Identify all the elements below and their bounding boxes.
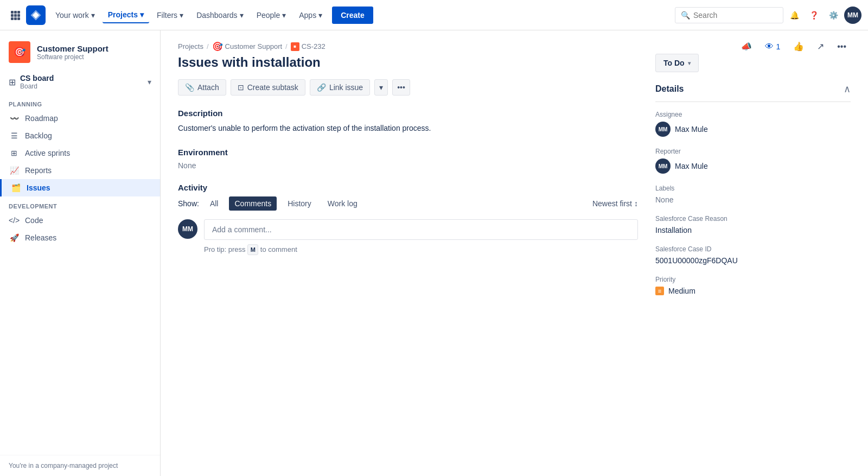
sidebar-item-sprints-label: Active sprints xyxy=(25,149,70,157)
top-bar: Projects / 🎯 Customer Support / CS-232 📣… xyxy=(161,30,868,54)
breadcrumb: Projects / 🎯 Customer Support / CS-232 xyxy=(178,41,326,52)
paperclip-icon: 📎 xyxy=(185,83,194,92)
sidebar-item-backlog[interactable]: ☰ Backlog xyxy=(0,127,160,144)
watch-count: 1 xyxy=(776,42,780,51)
main-content: Projects / 🎯 Customer Support / CS-232 📣… xyxy=(161,30,868,476)
nav-your-work[interactable]: Your work ▾ xyxy=(50,8,100,23)
status-button[interactable]: To Do ▾ xyxy=(655,54,699,72)
sf-case-id-label: Salesforce Case ID xyxy=(655,245,851,253)
header-actions: 📣 👁 1 👍 ↗ ••• xyxy=(737,39,851,54)
show-history-button[interactable]: History xyxy=(282,196,317,211)
description-text: Customer's unable to perform the activat… xyxy=(178,122,638,134)
priority-field: Priority Medium xyxy=(655,276,851,295)
breadcrumb-projects[interactable]: Projects xyxy=(178,42,203,50)
svg-rect-0 xyxy=(11,11,14,14)
status-label: To Do xyxy=(663,59,685,67)
board-icon: ⊞ xyxy=(9,77,16,87)
sort-button[interactable]: Newest first ↕ xyxy=(592,199,638,208)
share-btn[interactable]: ↗ xyxy=(813,39,828,54)
sidebar-item-code-label: Code xyxy=(25,216,43,225)
svg-rect-7 xyxy=(14,17,17,20)
jira-logo[interactable] xyxy=(26,5,46,25)
comment-tip: Pro tip: press M to comment xyxy=(178,244,638,255)
breadcrumb-project[interactable]: Customer Support xyxy=(225,42,283,50)
nav-people[interactable]: People ▾ xyxy=(251,8,292,23)
sidebar-item-code[interactable]: </> Code xyxy=(0,212,160,229)
like-btn[interactable]: 👍 xyxy=(789,39,808,54)
bell-icon: 📣 xyxy=(741,41,752,52)
project-name: Customer Support xyxy=(37,44,108,53)
svg-rect-2 xyxy=(17,11,20,14)
description-section: Description Customer's unable to perform… xyxy=(178,109,638,134)
action-bar: 📎 Attach ⊡ Create subtask 🔗 Link issue ▾… xyxy=(178,79,638,96)
commenter-avatar: MM xyxy=(178,219,197,239)
link-icon: 🔗 xyxy=(317,83,326,92)
show-label: Show: xyxy=(178,199,199,208)
collapse-icon[interactable]: ∧ xyxy=(844,83,851,95)
subtask-icon: ⊡ xyxy=(238,83,244,92)
nav-apps[interactable]: Apps ▾ xyxy=(293,8,328,23)
sprint-icon: ⊞ xyxy=(9,149,20,157)
sidebar-item-reports[interactable]: 📈 Reports xyxy=(0,162,160,179)
svg-rect-3 xyxy=(11,14,14,17)
sidebar: 🎯 Customer Support Software project ⊞ CS… xyxy=(0,30,161,476)
environment-section: Environment None xyxy=(178,148,638,170)
reporter-label: Reporter xyxy=(655,148,851,155)
sidebar-item-issues[interactable]: 🗂️ Issues xyxy=(0,179,160,196)
sidebar-project-header: 🎯 Customer Support Software project xyxy=(0,30,160,69)
reporter-name: Max Mule xyxy=(675,162,708,170)
show-all-button[interactable]: All xyxy=(205,196,224,211)
create-subtask-button[interactable]: ⊡ Create subtask xyxy=(231,79,305,96)
watch-btn[interactable]: 👁 1 xyxy=(761,40,784,54)
issue-title: Issues with installation xyxy=(178,54,638,71)
grid-menu-icon[interactable] xyxy=(7,7,24,24)
sidebar-cs-board[interactable]: ⊞ CS board Board ▾ xyxy=(0,69,160,94)
nav-filters[interactable]: Filters ▾ xyxy=(151,8,189,23)
customer-support-icon: 🎯 xyxy=(212,41,223,52)
nav-projects[interactable]: Projects ▾ xyxy=(103,7,149,23)
comment-input[interactable]: Add a comment... xyxy=(204,219,638,240)
sidebar-item-issues-label: Issues xyxy=(27,183,50,192)
comment-row: MM Add a comment... xyxy=(178,219,638,240)
notifications-icon[interactable]: 🔔 xyxy=(786,7,803,24)
description-label: Description xyxy=(178,109,638,118)
key-badge: M xyxy=(247,244,258,255)
help-icon[interactable]: ❓ xyxy=(805,7,822,24)
breadcrumb-issue[interactable]: CS-232 xyxy=(302,42,326,50)
sf-case-id-value: 5001U00000zgF6DQAU xyxy=(655,256,851,265)
attach-button[interactable]: 📎 Attach xyxy=(178,79,226,96)
link-issue-button[interactable]: 🔗 Link issue xyxy=(310,79,370,96)
settings-icon[interactable]: ⚙️ xyxy=(825,7,842,24)
sidebar-item-roadmap-label: Roadmap xyxy=(25,114,58,123)
show-comments-button[interactable]: Comments xyxy=(229,196,277,211)
svg-rect-4 xyxy=(14,14,17,17)
environment-label: Environment xyxy=(178,148,638,157)
search-bar[interactable]: 🔍 xyxy=(675,7,783,23)
issue-container: Issues with installation 📎 Attach ⊡ Crea… xyxy=(161,54,868,323)
create-button[interactable]: Create xyxy=(332,7,373,24)
chevron-down-icon: ▾ xyxy=(148,78,151,86)
labels-value: None xyxy=(655,195,851,204)
more-actions-btn[interactable]: ••• xyxy=(833,40,851,54)
eye-icon: 👁 xyxy=(765,42,774,52)
sf-case-reason-label: Salesforce Case Reason xyxy=(655,215,851,223)
sidebar-item-releases[interactable]: 🚀 Releases xyxy=(0,229,160,246)
issue-right-panel: To Do ▾ Details ∧ Assignee MM Max Mule xyxy=(655,54,851,306)
details-panel: Details ∧ Assignee MM Max Mule Reporter xyxy=(655,83,851,295)
nav-dashboards[interactable]: Dashboards ▾ xyxy=(191,8,249,23)
share-update-btn[interactable]: 📣 xyxy=(737,39,756,54)
releases-icon: 🚀 xyxy=(9,233,20,242)
ellipsis-icon: ••• xyxy=(837,42,846,52)
search-input[interactable] xyxy=(693,11,769,20)
sidebar-item-active-sprints[interactable]: ⊞ Active sprints xyxy=(0,144,160,162)
user-avatar[interactable]: MM xyxy=(844,7,861,24)
show-worklog-button[interactable]: Work log xyxy=(322,196,363,211)
details-title: Details xyxy=(655,84,684,94)
project-icon: 🎯 xyxy=(9,41,30,63)
reporter-avatar: MM xyxy=(655,158,671,174)
more-dropdown-button[interactable]: ▾ xyxy=(374,79,388,96)
sidebar-item-backlog-label: Backlog xyxy=(25,131,52,140)
more-options-button[interactable]: ••• xyxy=(392,79,410,96)
sidebar-footer: You're in a company-managed project xyxy=(0,455,160,476)
sidebar-item-roadmap[interactable]: 〰️ Roadmap xyxy=(0,110,160,127)
